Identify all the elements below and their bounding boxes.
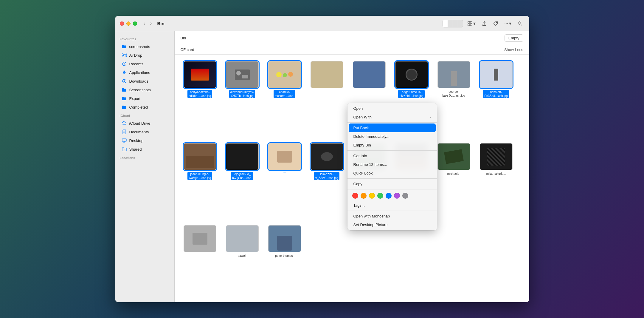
view-grid-button[interactable] [443, 20, 448, 27]
view-list-button[interactable] [448, 20, 453, 27]
sidebar-item-export[interactable]: Export [117, 94, 173, 103]
group-button[interactable]: ▾ [465, 19, 477, 27]
sidebar-item-label: screenshots [129, 44, 150, 49]
maximize-button[interactable] [133, 21, 137, 26]
more-button[interactable]: ··· ▾ [502, 19, 513, 27]
sidebar-item-label: Documents [129, 130, 149, 134]
tag-button[interactable] [491, 20, 500, 27]
color-tag-gray[interactable] [402, 193, 408, 199]
sidebar-item-completed[interactable]: Completed [117, 103, 173, 111]
file-item[interactable]: jason-leung-o-WaMjla...lash.jpg [181, 141, 219, 220]
color-tag-orange[interactable] [361, 193, 367, 199]
context-menu-tags[interactable]: Tags... [349, 201, 436, 210]
file-name: aditya-saxena-ndlkbh-...lash.jpg [187, 90, 212, 98]
empty-button[interactable]: Empty [505, 34, 523, 42]
view-gallery-button[interactable] [458, 20, 463, 27]
more-icon: ··· [504, 21, 508, 26]
context-menu-quick-look[interactable]: Quick Look [349, 169, 436, 177]
svg-rect-24 [122, 139, 126, 141]
context-menu-put-back[interactable]: Put Back [349, 124, 436, 132]
sidebar-item-label: Desktop [129, 138, 144, 143]
shared-icon [122, 146, 127, 152]
sidebar-item-documents[interactable]: Documents [117, 128, 173, 136]
sidebar-item-label: Export [129, 96, 141, 101]
share-button[interactable] [480, 20, 489, 27]
file-item[interactable]: alexander-lunyov-XHOTb...lash.jpg [223, 59, 262, 138]
forward-button[interactable]: › [148, 20, 154, 27]
sidebar-item-applications[interactable]: Applications [117, 68, 173, 77]
file-thumbnail [226, 225, 259, 252]
context-menu-get-info[interactable]: Get Info [349, 152, 436, 160]
sidebar-item-downloads[interactable]: Downloads [117, 77, 173, 85]
file-name: jason-leung-o-WaMjla...lash.jpg [187, 172, 212, 180]
show-less-button[interactable]: Show Less [504, 47, 523, 52]
sidebar-item-desktop[interactable]: Desktop [117, 136, 173, 145]
color-tag-green[interactable] [377, 193, 383, 199]
sidebar-item-icloud-drive[interactable]: iCloud Drive [117, 119, 173, 127]
favourites-section-label: Favourites [115, 35, 174, 42]
file-item[interactable]: peter-thomas- [265, 223, 304, 297]
sidebar-item-recents[interactable]: Recents [117, 60, 173, 68]
context-menu-open[interactable]: Open [349, 104, 436, 113]
search-button[interactable] [516, 20, 524, 27]
file-item[interactable]: aditya-saxena-ndlkbh-...lash.jpg [181, 59, 219, 138]
breadcrumb: Bin [181, 36, 186, 40]
folder-icon2 [122, 87, 127, 92]
view-mode-group [443, 20, 463, 27]
file-item[interactable] [265, 141, 304, 220]
sidebar-item-airdrop[interactable]: AirDrop [117, 51, 173, 59]
group-icon: ▾ [473, 21, 476, 26]
file-thumbnail [184, 143, 216, 170]
view-columns-button[interactable] [453, 20, 458, 27]
file-thumbnail [268, 61, 301, 88]
toolbar-icons: ▾ ··· ▾ [443, 19, 524, 27]
sidebar-item-shared[interactable]: Shared [117, 145, 173, 153]
menu-separator [347, 122, 437, 123]
color-tag-yellow[interactable] [369, 193, 375, 199]
file-item[interactable]: jejo-jose-Jo_bCJjCbs...lash. [223, 141, 262, 220]
file-thumbnail [480, 143, 513, 170]
back-button[interactable]: ‹ [142, 20, 147, 27]
file-item[interactable]: milad-fakuria... [477, 141, 516, 220]
minimize-button[interactable] [126, 21, 131, 26]
sidebar: Favourites screenshots AirDrop Recents [115, 31, 175, 302]
file-item[interactable]: michaela- [434, 141, 473, 220]
file-thumbnail [226, 143, 259, 170]
file-name [283, 172, 286, 172]
icloud-section-label: iCloud [115, 112, 174, 119]
file-name: alexander-lunyov-XHOTb...lash.jpg [229, 90, 255, 98]
menu-separator [347, 178, 437, 179]
file-item[interactable] [308, 59, 346, 138]
context-menu-delete-immediately[interactable]: Delete Immediately... [349, 132, 436, 141]
menu-separator [347, 150, 437, 151]
context-menu-open-monosnap[interactable]: Open with Monosnap [349, 212, 436, 220]
chevron-right-icon: › [430, 115, 431, 119]
file-name: peter-thomas- [275, 254, 294, 258]
sidebar-item-screenshots2[interactable]: Screenshots [117, 86, 173, 94]
svg-point-18 [496, 22, 497, 23]
file-thumbnail [184, 225, 216, 252]
sidebar-item-screenshots[interactable]: screenshots [117, 42, 173, 51]
file-item[interactable] [181, 223, 219, 297]
context-menu-open-with[interactable]: Open With › [349, 113, 436, 121]
file-item[interactable]: george-bale-0p...lash.jpg [434, 59, 473, 138]
context-menu-rename[interactable]: Rename 12 Items... [349, 160, 436, 169]
context-menu-copy[interactable]: Copy [349, 180, 436, 188]
svg-point-19 [518, 21, 521, 24]
file-thumbnail [311, 61, 343, 88]
context-menu-empty-bin[interactable]: Empty Bin [349, 141, 436, 149]
desktop-icon [122, 138, 127, 143]
file-item[interactable]: pawel- [223, 223, 262, 297]
close-button[interactable] [120, 21, 124, 26]
file-name: hans-ott-En3Sd8...lash.jpg [483, 90, 509, 98]
chevron-down-icon: ▾ [509, 21, 511, 26]
file-item[interactable]: lala-azizli-v_ZAzY...lash.jpg [308, 141, 346, 220]
color-tag-purple[interactable] [394, 193, 400, 199]
download-icon [122, 78, 127, 84]
airdrop-icon [122, 53, 127, 58]
file-item[interactable]: hans-ott-En3Sd8...lash.jpg [477, 59, 516, 138]
color-tag-red[interactable] [352, 193, 358, 199]
context-menu-set-desktop[interactable]: Set Desktop Picture [349, 220, 436, 229]
file-item[interactable]: andrew-mccorm...lash. [265, 59, 304, 138]
color-tag-blue[interactable] [386, 193, 392, 199]
